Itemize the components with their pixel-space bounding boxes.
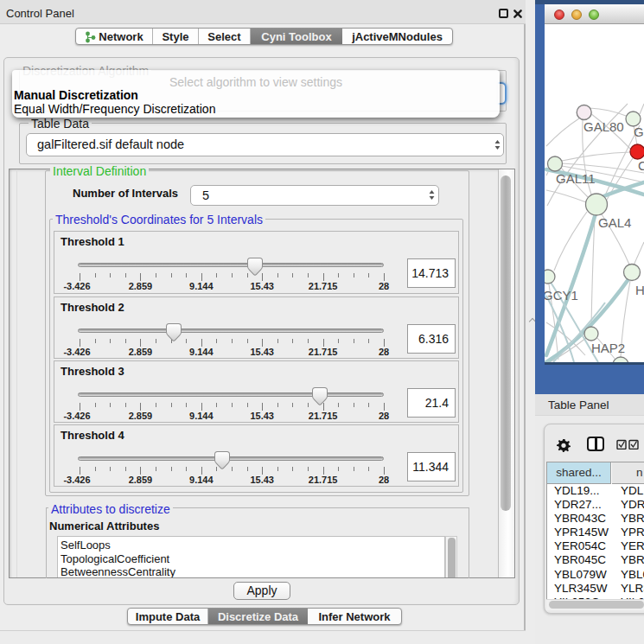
svg-text:GCY1: GCY1 [545,288,578,303]
svg-text:HAP2: HAP2 [591,341,625,355]
svg-text:GAL4: GAL4 [598,215,631,230]
svg-text:G: G [634,124,644,139]
svg-text:H: H [635,283,644,297]
svg-text:GAL11: GAL11 [556,171,596,186]
svg-text:GAL80: GAL80 [583,119,624,134]
svg-text:C: C [638,158,644,173]
